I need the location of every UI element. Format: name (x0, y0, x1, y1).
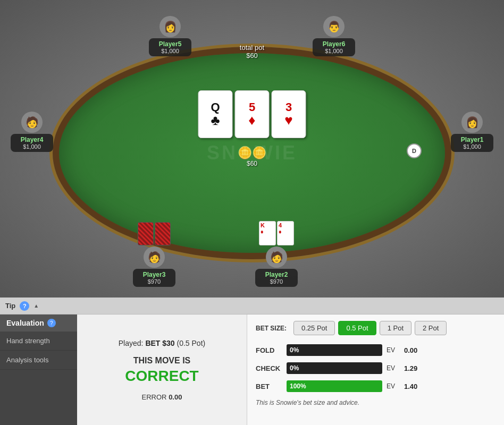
poker-table: SNOWIE total pot $60 Q ♣ 5 ♦ 3 ♥ 🪙🪙 $60 … (0, 0, 504, 298)
correct-header: THIS MOVE IS (133, 356, 191, 366)
check-bar: 0% (287, 362, 382, 374)
fold-pct: 0% (290, 346, 299, 354)
bottom-panel: Tip ? ▲ Evaluation ? Hand strength Analy… (0, 298, 504, 425)
fold-ev-value: 0.00 (404, 346, 423, 354)
player6-name: Player6 (318, 40, 350, 48)
tip-collapse-icon[interactable]: ▲ (33, 303, 39, 309)
community-card-2: 5 ♦ (235, 90, 270, 138)
player4-stack: $1,000 (16, 143, 48, 150)
player4-avatar: 🧑 (21, 112, 43, 133)
player1-avatar: 👩 (461, 112, 483, 133)
bet-size-label: BET SIZE: (256, 325, 290, 332)
bet-ev-label: EV (387, 382, 400, 390)
analysis-panel: BET SIZE: 0.25 Pot 0.5 Pot 1 Pot 2 Pot F… (247, 314, 504, 425)
player1-box: Player1 $1,000 (451, 134, 493, 152)
fold-label: FOLD (256, 346, 282, 354)
player5-stack: $1,000 (154, 48, 186, 54)
error-value: 0.00 (169, 393, 182, 401)
sidebar-title: Evaluation (6, 319, 44, 327)
table-chips: 🪙🪙 $60 (238, 146, 266, 167)
fold-bar: 0% (287, 344, 382, 356)
check-ev-value: 1.29 (404, 364, 423, 372)
player3-seat: 🧑 Player3 $970 (133, 222, 175, 287)
player1-stack: $1,000 (456, 143, 488, 150)
player2-name: Player2 (261, 271, 292, 278)
sidebar-item-hand-strength[interactable]: Hand strength (0, 332, 77, 351)
player2-avatar: 🧑 (266, 246, 287, 268)
player3-stack: $970 (138, 278, 170, 285)
player6-box: Player6 $1,000 (313, 38, 355, 56)
left-sidebar: Evaluation ? Hand strength Analysis tool… (0, 314, 77, 425)
bet-ev-value: 1.40 (404, 382, 423, 390)
tip-label: Tip (5, 302, 15, 310)
community-cards: Q ♣ 5 ♦ 3 ♥ (198, 90, 306, 138)
check-pct: 0% (290, 364, 299, 372)
bet-size-2-button[interactable]: 2 Pot (415, 321, 447, 335)
player1-seat: 👩 Player1 $1,000 (451, 112, 493, 152)
player2-box: Player2 $970 (255, 269, 298, 287)
sidebar-header: Evaluation ? (0, 314, 77, 332)
check-ev-label: EV (387, 364, 400, 372)
player2-cards: K♦ 4♦ (255, 221, 298, 245)
player2-card2: 4♦ (277, 221, 294, 245)
error-label: ERROR (142, 393, 167, 401)
played-line: Played: BET $30 (0.5 Pot) (119, 339, 205, 347)
pot-display: total pot $60 (240, 44, 264, 60)
community-card-3: 3 ♥ (272, 90, 306, 138)
bet-size-025-button[interactable]: 0.25 Pot (293, 321, 335, 335)
player5-name: Player5 (154, 40, 186, 48)
tip-help-icon[interactable]: ? (20, 301, 29, 311)
player6-stack: $1,000 (318, 48, 350, 54)
correct-value: CORRECT (125, 368, 198, 385)
tip-bar: Tip ? ▲ (0, 298, 504, 314)
bet-pct: 100% (290, 382, 306, 390)
player6-seat: 👨 Player6 $1,000 (313, 16, 355, 56)
player3-name: Player3 (138, 271, 170, 278)
bet-size-05-button[interactable]: 0.5 Pot (338, 321, 376, 335)
bet-label: BET (256, 382, 282, 390)
bet-size-row: BET SIZE: 0.25 Pot 0.5 Pot 1 Pot 2 Pot (256, 321, 495, 335)
dealer-button: D (407, 143, 422, 158)
player5-avatar: 👩 (159, 16, 181, 37)
pot-label: total pot $60 (240, 44, 264, 60)
player3-box: Player3 $970 (133, 269, 175, 287)
player4-name: Player4 (16, 136, 48, 143)
community-card-1: Q ♣ (198, 90, 233, 138)
player5-seat: 👩 Player5 $1,000 (149, 16, 191, 56)
player3-card2 (155, 222, 171, 245)
player5-box: Player5 $1,000 (149, 38, 191, 56)
snowie-advice: This is Snowie's bet size and advice. (256, 399, 495, 406)
player4-seat: 🧑 Player4 $1,000 (11, 112, 53, 152)
check-label: CHECK (256, 364, 282, 372)
player4-box: Player4 $1,000 (11, 134, 53, 152)
check-row: CHECK 0% EV 1.29 (256, 361, 495, 376)
player2-seat: K♦ 4♦ 🧑 Player2 $970 (255, 221, 298, 287)
action-rows: FOLD 0% EV 0.00 CHECK 0% EV (256, 343, 495, 394)
player3-avatar: 🧑 (144, 246, 165, 268)
evaluation-panel: Played: BET $30 (0.5 Pot) THIS MOVE IS C… (77, 314, 247, 425)
player1-name: Player1 (456, 136, 488, 143)
panel-body: Evaluation ? Hand strength Analysis tool… (0, 314, 504, 425)
bet-row: BET 100% EV 1.40 (256, 379, 495, 394)
player2-card1: K♦ (259, 221, 276, 245)
played-detail: (0.5 Pot) (177, 339, 206, 347)
player2-stack: $970 (261, 278, 292, 285)
played-action: BET $30 (145, 339, 177, 347)
sidebar-help-icon[interactable]: ? (47, 319, 56, 327)
fold-row: FOLD 0% EV 0.00 (256, 343, 495, 358)
bet-bar: 100% (287, 380, 382, 392)
played-label: Played: (119, 339, 144, 347)
fold-ev-label: EV (387, 346, 400, 354)
player3-card1 (138, 222, 154, 245)
bet-size-1-button[interactable]: 1 Pot (380, 321, 411, 335)
sidebar-item-analysis-tools[interactable]: Analysis tools (0, 351, 77, 370)
error-line: ERROR 0.00 (142, 393, 182, 401)
player6-avatar: 👨 (323, 16, 345, 37)
player3-cards (133, 222, 175, 245)
